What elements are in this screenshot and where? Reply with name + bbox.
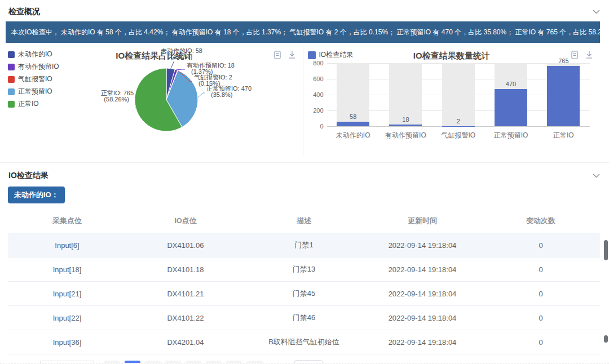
bar-chart-panel: IO检查结果数量统计 IO检查结果 0200400600800581824707… xyxy=(303,46,601,157)
table-cell: 门禁46 xyxy=(245,306,363,330)
vertical-scrollbar-thumb[interactable] xyxy=(604,335,608,343)
pie-label-line xyxy=(198,93,205,97)
next-page-button[interactable] xyxy=(247,361,263,363)
bar-value-label: 470 xyxy=(506,81,516,87)
legend-label: 正常预留IO xyxy=(18,87,52,96)
table-cell: 2022-09-14 19:18:04 xyxy=(363,330,482,354)
results-section-header[interactable]: IO检查结果 xyxy=(0,163,609,185)
pie-slice-label: (58.26%) xyxy=(104,96,129,103)
bar-0[interactable] xyxy=(337,122,369,126)
download-icon[interactable] xyxy=(288,51,296,59)
table-cell: Input[6] xyxy=(8,233,126,258)
table-cell: Input[22] xyxy=(8,306,126,330)
legend-item[interactable]: 正常IO xyxy=(8,99,59,109)
filter-badge: 未动作的IO： xyxy=(8,187,65,203)
table-cell: 2022-09-14 19:18:04 xyxy=(363,233,482,258)
collapse-chevron-icon[interactable] xyxy=(593,174,600,178)
bar-4[interactable] xyxy=(547,66,580,126)
x-axis-label: 正常IO xyxy=(537,131,590,140)
bar-series: 58182470765 xyxy=(327,63,590,126)
page-size-select[interactable]: 10条/页 xyxy=(40,361,94,363)
table-column-header: 采集点位 xyxy=(8,209,126,233)
legend-label: 正常IO xyxy=(18,99,39,109)
bar-value-label: 18 xyxy=(402,116,409,123)
results-section-title: IO检查结果 xyxy=(8,171,48,181)
overview-section-header[interactable]: 检查概况 xyxy=(0,0,609,21)
table-cell: 门禁1 xyxy=(245,233,363,258)
y-axis-tick-label: 600 xyxy=(306,76,324,82)
collapse-chevron-icon[interactable] xyxy=(593,10,600,14)
summary-text: 本次IO检查中， 未动作的IO 有 58 个，占比 4.42%； 有动作预留IO… xyxy=(11,28,600,37)
bar-band: 18 xyxy=(379,63,432,126)
bar-band: 2 xyxy=(432,63,484,126)
table-cell: DX4101.22 xyxy=(126,306,245,330)
table-row[interactable]: Input[22]DX4101.22门禁462022-09-14 19:18:0… xyxy=(8,306,600,330)
legend-swatch xyxy=(8,76,15,83)
table-cell: 门禁45 xyxy=(245,282,363,306)
page-button-1[interactable]: 1 xyxy=(125,361,140,363)
table-header-row: 采集点位IO点位描述更新时间变动次数 xyxy=(8,209,600,233)
pie-chart-panel: IO检查结果占比统计 未动作的IO有动作预留IO气缸报警IO正常预留IO正常IO… xyxy=(6,46,303,157)
y-axis-tick-label: 200 xyxy=(306,107,324,114)
pie-label-line xyxy=(176,69,185,70)
vertical-scrollbar-thumb[interactable] xyxy=(604,240,608,260)
bar-chart-toolbox xyxy=(571,51,593,59)
legend-label: 有动作预留IO xyxy=(18,62,59,72)
results-section: IO检查结果 未动作的IO： 采集点位IO点位描述更新时间变动次数 Input[… xyxy=(0,162,609,363)
table-cell: 2022-09-14 19:18:04 xyxy=(363,282,482,306)
bar-legend-item[interactable]: IO检查结果 xyxy=(308,50,354,60)
table-row[interactable]: Input[21]DX4101.21门禁452022-09-14 19:18:0… xyxy=(8,282,600,306)
legend-item[interactable]: 正常预留IO xyxy=(8,87,59,96)
legend-item[interactable]: 有动作预留IO xyxy=(8,62,59,72)
page-button-3[interactable]: 3 xyxy=(165,361,181,363)
table-row[interactable]: Input[36]DX4201.04B取料阻挡气缸初始位2022-09-14 1… xyxy=(8,330,600,354)
results-table: 采集点位IO点位描述更新时间变动次数 Input[6]DX4101.06门禁12… xyxy=(8,209,600,354)
table-cell: 2022-09-14 19:18:04 xyxy=(363,258,482,282)
table-body: Input[6]DX4101.06门禁12022-09-14 19:18:040… xyxy=(8,233,600,354)
bar-band: 765 xyxy=(537,63,590,126)
data-view-icon[interactable] xyxy=(571,51,579,59)
legend-item[interactable]: 未动作的IO xyxy=(8,50,59,59)
bar-value-label: 58 xyxy=(350,113,356,120)
overview-section-title: 检查概况 xyxy=(8,7,40,17)
table-column-header: 描述 xyxy=(245,209,363,233)
pie-slice-label: (35.8%) xyxy=(211,91,233,98)
table-cell: DX4101.06 xyxy=(126,233,245,258)
x-axis-label: 气缸报警IO xyxy=(432,131,484,140)
page-button-2[interactable]: 2 xyxy=(145,361,161,363)
pie-label-line xyxy=(171,61,174,69)
bar-2[interactable] xyxy=(442,126,475,127)
legend-swatch xyxy=(8,51,15,58)
bar-1[interactable] xyxy=(389,125,422,126)
legend-item[interactable]: 气缸报警IO xyxy=(8,74,59,84)
pagination: 共 58 条 10条/页 123456 前往 页 xyxy=(8,360,600,363)
results-table-wrap: 采集点位IO点位描述更新时间变动次数 Input[6]DX4101.06门禁12… xyxy=(8,209,600,354)
page-button-6[interactable]: 6 xyxy=(226,361,242,363)
data-view-icon[interactable] xyxy=(273,51,281,59)
download-icon[interactable] xyxy=(585,51,593,59)
table-column-header: 更新时间 xyxy=(363,209,482,233)
legend-label: 未动作的IO xyxy=(18,50,52,59)
table-header: 采集点位IO点位描述更新时间变动次数 xyxy=(8,209,600,233)
bar-band: 470 xyxy=(484,63,537,126)
goto-page-input[interactable] xyxy=(294,360,323,363)
bar-chart-plot-area: 020040060080058182470765 xyxy=(327,63,590,127)
table-cell: DX4101.18 xyxy=(126,258,245,282)
page-button-4[interactable]: 4 xyxy=(186,361,201,363)
x-axis-label: 有动作预留IO xyxy=(379,131,432,140)
bar-3[interactable] xyxy=(495,89,527,126)
table-row[interactable]: Input[18]DX4101.18门禁132022-09-14 19:18:0… xyxy=(8,258,600,282)
prev-page-button[interactable] xyxy=(104,361,120,363)
pie-legend: 未动作的IO有动作预留IO气缸报警IO正常预留IO正常IO xyxy=(8,50,59,109)
table-cell: B取料阻挡气缸初始位 xyxy=(245,330,363,354)
table-cell: 0 xyxy=(482,306,600,330)
io-inspection-dashboard: 检查概况 本次IO检查中， 未动作的IO 有 58 个，占比 4.42%； 有动… xyxy=(0,0,609,363)
page-button-5[interactable]: 5 xyxy=(206,361,222,363)
bar-band: 58 xyxy=(327,63,379,126)
x-axis-label: 未动作的IO xyxy=(327,131,379,140)
table-cell: 2022-09-14 19:18:04 xyxy=(363,306,482,330)
table-cell: 门禁13 xyxy=(245,258,363,282)
table-cell: 0 xyxy=(482,258,600,282)
table-row[interactable]: Input[6]DX4101.06门禁12022-09-14 19:18:040 xyxy=(8,233,600,258)
table-cell: 0 xyxy=(482,282,600,306)
